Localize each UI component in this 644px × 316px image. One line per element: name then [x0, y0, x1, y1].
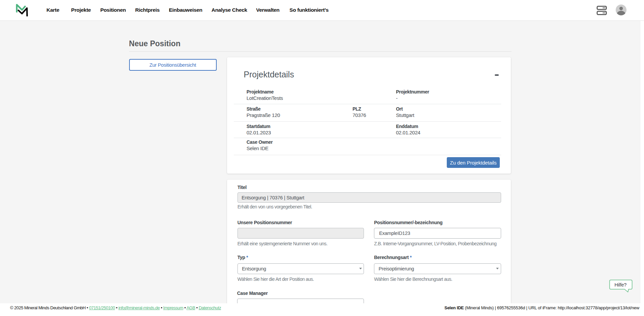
svg-text:Hilfe?: Hilfe?: [614, 282, 627, 288]
